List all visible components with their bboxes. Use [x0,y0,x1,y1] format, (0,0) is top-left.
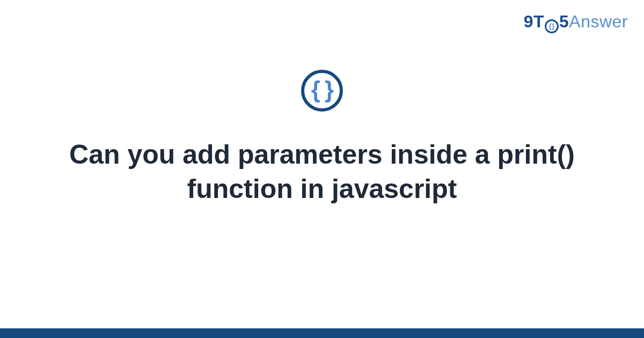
brand-5: 5 [559,12,569,32]
brand-answer: Answer [569,12,628,32]
question-title: Can you add parameters inside a print() … [43,137,601,206]
code-braces-icon: { } [301,70,343,112]
brand-logo: 9T {} 5 Answer [524,12,628,32]
content-area: { } Can you add parameters inside a prin… [0,70,644,206]
brand-9t: 9T [524,12,544,32]
brand-circle-icon: {} [545,19,559,33]
braces-glyph: { } [311,78,333,101]
footer-accent-bar [0,328,644,338]
